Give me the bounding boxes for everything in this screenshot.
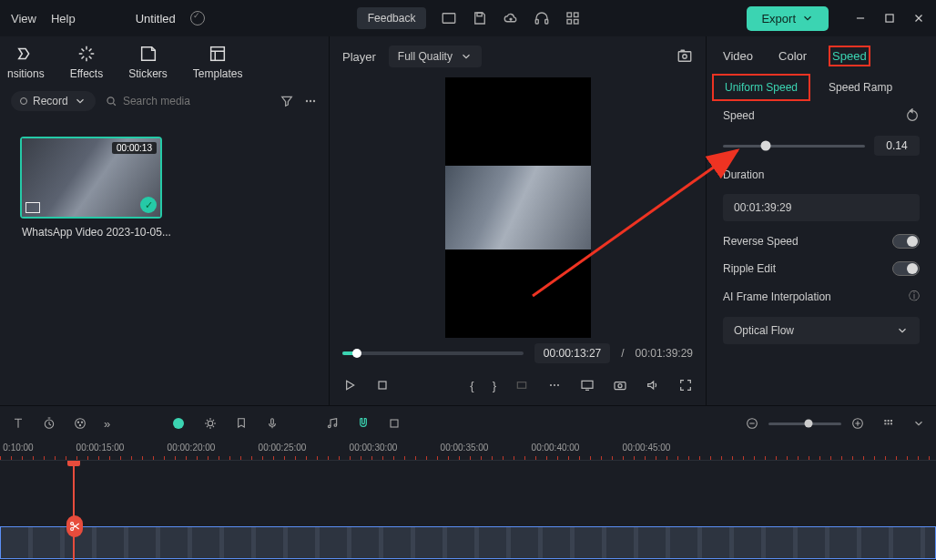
tab-templates[interactable]: Templates [193,44,243,80]
close-button[interactable] [912,12,925,25]
aspect-button[interactable] [514,378,529,392]
timeline-tracks[interactable] [0,461,936,560]
crop-tool[interactable] [387,416,402,431]
track-menu[interactable] [912,417,925,430]
ruler-tick: 00:00:45:00 [623,443,671,453]
magnet-tool[interactable] [356,416,371,431]
speed-value[interactable]: 0.14 [874,136,920,156]
timeline-panel: » 0:10:00 00:00:15:00 00:00:20:00 00:00:… [0,405,936,560]
color-tool[interactable] [73,416,87,431]
apps-grid-icon[interactable] [565,10,581,26]
svg-rect-17 [517,382,525,389]
svg-rect-6 [567,20,572,25]
record-button[interactable]: Record [11,91,96,111]
safe-zone-button[interactable] [547,378,562,392]
menu-view[interactable]: View [11,12,36,25]
marker-tool[interactable] [234,416,249,431]
svg-point-32 [329,425,331,428]
subtab-speed-ramping[interactable]: Speed Ramp [823,77,898,97]
cut-handle[interactable] [66,515,83,537]
ai-interp-select[interactable]: Optical Flow [723,317,920,344]
subtab-uniform-speed[interactable]: Uniform Speed [716,77,807,97]
media-clip[interactable]: 00:00:13 ✓ [20,137,162,219]
reset-speed-button[interactable] [905,108,920,123]
export-button-label: Export [761,12,796,25]
ruler-tick: 00:00:25:00 [259,443,307,453]
tab-stickers[interactable]: Stickers [128,44,168,80]
minimize-button[interactable] [854,12,867,25]
main: nsitions Effects Stickers Templates Reco… [0,36,936,405]
snapshot-button[interactable] [677,48,693,65]
marker-out-button[interactable]: } [493,379,496,392]
ruler-tick: 00:00:15:00 [76,443,125,453]
tab-color[interactable]: Color [778,49,807,63]
play-button[interactable] [342,378,357,392]
more-button[interactable] [303,94,318,108]
sparkle-icon [76,44,97,64]
text-tool[interactable] [11,416,25,431]
fullscreen-button[interactable] [678,378,693,392]
tab-video[interactable]: Video [723,49,753,63]
track-clip[interactable] [0,526,936,559]
camera-icon[interactable] [613,378,627,392]
mic-tool[interactable] [265,416,280,431]
zoom-out-button[interactable] [745,416,759,431]
zoom-in-button[interactable] [850,416,865,431]
menu-help[interactable]: Help [51,12,76,25]
preview-viewport[interactable] [445,77,591,338]
preview-scrubber[interactable] [342,351,524,355]
cloud-upload-icon[interactable] [503,10,519,26]
tab-transitions[interactable]: nsitions [7,44,45,80]
svg-rect-22 [615,382,626,390]
enhance-tool[interactable] [203,416,218,431]
duration-input[interactable]: 00:01:39:29 [723,194,920,221]
ruler-tick: 00:00:20:00 [168,443,216,453]
headphones-icon[interactable] [534,10,550,26]
export-button[interactable]: Export [747,6,829,31]
maximize-button[interactable] [883,12,896,25]
svg-rect-3 [545,20,548,25]
timeline-ruler[interactable]: 0:10:00 00:00:15:00 00:00:20:00 00:00:25… [0,441,936,461]
chevron-down-icon [460,50,473,63]
search-input[interactable] [123,95,270,107]
sticker-icon [138,44,158,64]
reverse-speed-toggle[interactable] [892,234,920,249]
quality-select[interactable]: Full Quality [389,46,482,67]
filter-button[interactable] [280,94,294,108]
ai-tool[interactable] [170,415,187,432]
track-options[interactable] [881,416,896,431]
titlebar: View Help Untitled Feedback Export [0,0,936,36]
tab-speed[interactable]: Speed [832,49,867,63]
video-frame [445,166,591,249]
stop-button[interactable] [375,378,390,392]
layout-icon[interactable] [441,10,457,26]
volume-button[interactable] [646,378,660,392]
clip-duration: 00:00:13 [112,142,157,154]
clip-thumbnail: 00:00:13 ✓ [22,138,160,217]
marker-in-button[interactable]: { [470,379,473,392]
svg-rect-9 [211,47,225,61]
svg-rect-2 [536,20,539,25]
svg-point-19 [554,384,555,386]
ai-interp-label: AI Frame Interpolation [723,290,831,303]
tab-templates-label: Templates [193,67,243,80]
save-icon[interactable] [472,10,488,26]
quality-value: Full Quality [398,50,453,63]
save-status-icon [190,11,205,25]
help-icon[interactable]: ⓘ [909,289,920,304]
ruler-tick: 00:00:35:00 [441,443,489,453]
timer-tool[interactable] [42,416,56,431]
svg-rect-1 [477,13,482,16]
tab-effects[interactable]: Effects [70,44,103,80]
overflow-tool[interactable]: » [104,417,110,431]
ruler-tick: 00:00:30:00 [350,443,398,453]
speed-slider[interactable] [723,145,865,148]
feedback-button[interactable]: Feedback [357,7,427,29]
clip-used-icon: ✓ [140,197,157,213]
zoom-slider[interactable] [768,423,841,425]
svg-point-43 [71,523,74,525]
playhead[interactable] [73,461,75,560]
display-button[interactable] [580,378,595,392]
ripple-edit-toggle[interactable] [892,261,920,276]
music-tool[interactable] [325,416,340,431]
